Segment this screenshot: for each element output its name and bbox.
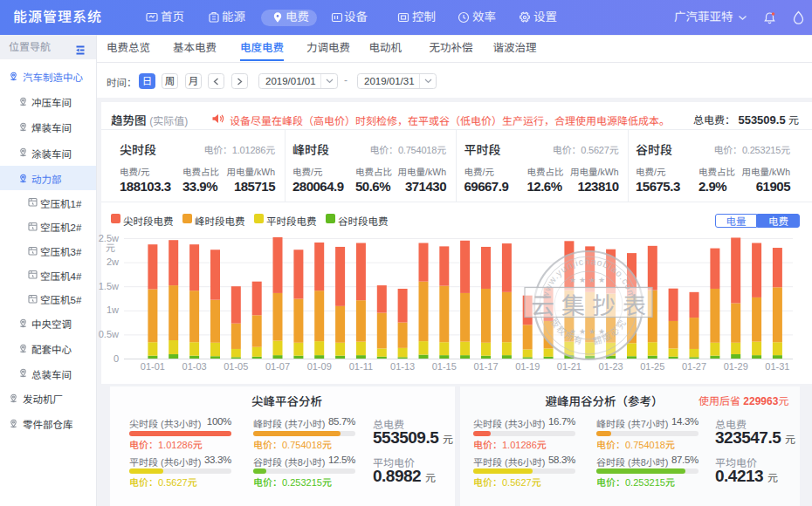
svg-text:01-27: 01-27 [682,361,706,372]
svg-text:1w: 1w [107,304,119,315]
svg-text:★★★★: ★★★★ [569,327,608,336]
svg-text:01-13: 01-13 [390,361,415,372]
svg-text:01-21: 01-21 [557,361,581,372]
svg-text:01-17: 01-17 [473,361,498,372]
svg-text:2.5w: 2.5w [99,233,119,243]
svg-text:01-09: 01-09 [307,361,332,372]
svg-text:1.5w: 1.5w [99,281,119,291]
svg-text:2w: 2w [107,256,119,267]
svg-text:元: 元 [106,243,115,253]
svg-text:0: 0 [114,353,119,364]
svg-text:01-29: 01-29 [724,361,748,372]
svg-text:01-23: 01-23 [599,361,623,372]
svg-text:01-05: 01-05 [224,361,248,372]
svg-text:01-11: 01-11 [349,361,373,372]
svg-text:★★★★: ★★★★ [569,276,608,284]
svg-text:01-15: 01-15 [432,361,457,372]
svg-text:01-03: 01-03 [182,361,207,372]
svg-text:01-19: 01-19 [515,361,540,372]
svg-text:0.5w: 0.5w [99,329,119,339]
svg-text:01-07: 01-07 [265,361,290,372]
svg-text:01-01: 01-01 [141,361,165,372]
svg-text:01-25: 01-25 [640,361,664,372]
svg-text:01-31: 01-31 [765,361,789,372]
